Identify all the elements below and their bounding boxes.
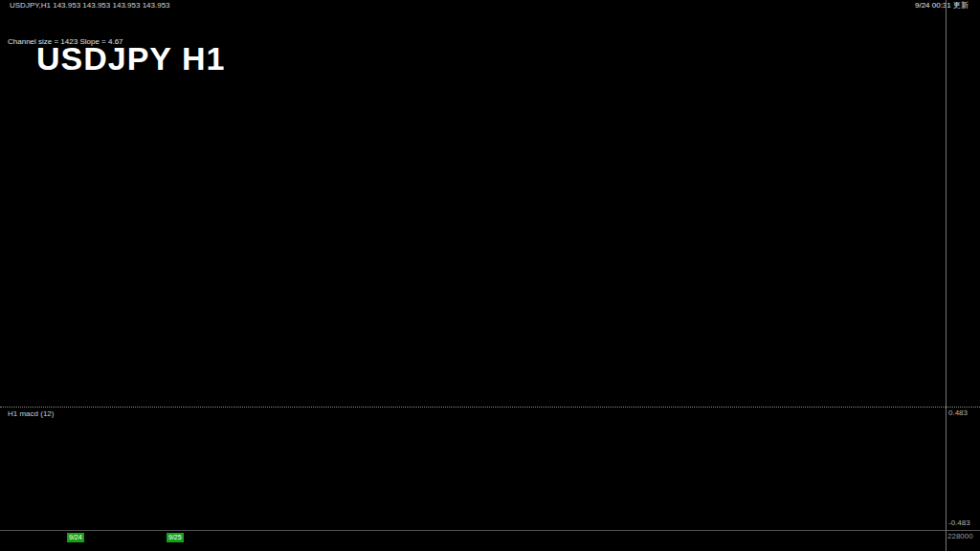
chart-canvas[interactable] — [0, 0, 980, 551]
timeline-date-label: 9/24 — [67, 533, 84, 542]
timeline-bar[interactable]: 9/24 9/25 — [0, 533, 946, 542]
macd-scale-top: 0.483 — [948, 409, 968, 417]
trading-chart-window: USDJPY,H1 143.953 143.953 143.953 143.95… — [0, 0, 980, 551]
price-axis-border — [946, 0, 947, 551]
symbol-ohlc-readout: USDJPY,H1 143.953 143.953 143.953 143.95… — [10, 2, 170, 10]
macd-scale-bottom: -0.483 — [948, 519, 970, 527]
updated-timestamp: 9/24 00:31 更新 — [915, 2, 969, 10]
timeline-date-label: 9/25 — [167, 533, 184, 542]
indicator-label: H1 macd (12) — [8, 410, 54, 418]
timeline-separator — [0, 530, 980, 531]
symbol-watermark: USDJPY H1 — [36, 42, 225, 75]
footer-counter: 228000 — [947, 533, 973, 540]
pane-separator[interactable] — [0, 407, 980, 408]
